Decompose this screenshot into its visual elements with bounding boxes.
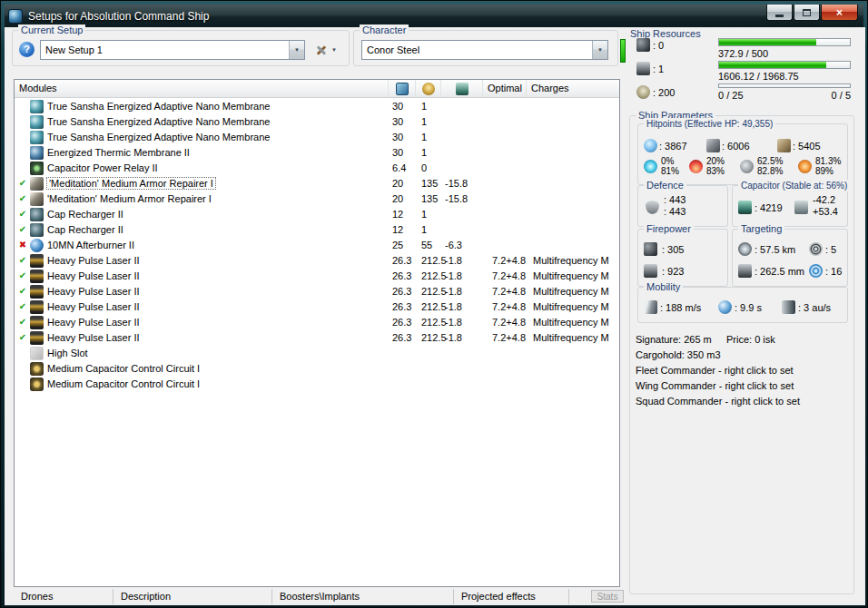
- status-ok-icon: ✔: [17, 332, 28, 342]
- module-name: Medium Capacitor Control Circuit I: [47, 363, 200, 374]
- sensor-strength: : 16: [825, 266, 842, 277]
- module-name: Heavy Pulse Laser II: [47, 332, 140, 343]
- module-row[interactable]: ✔Cap Recharger II121: [15, 222, 619, 238]
- wing-commander-text[interactable]: Wing Commander - right click to set: [636, 380, 794, 391]
- module-charge-value: Multifrequency M: [533, 301, 609, 312]
- shield-resist-value: 81.3%: [815, 156, 841, 166]
- capacitor-amount: : 4219: [755, 202, 783, 213]
- max-velocity-icon: [644, 300, 657, 314]
- app-icon: [8, 9, 23, 24]
- module-name: Heavy Pulse Laser II: [47, 286, 140, 297]
- character-group: Character Conor Steel ▼: [353, 30, 618, 66]
- powergrid-bar-fill: [719, 62, 826, 68]
- module-powergrid-value: 1: [421, 147, 427, 158]
- status-ok-icon: ✔: [17, 178, 28, 188]
- capacitor-flow-icon: [794, 201, 808, 214]
- status-ok-icon: ✔: [17, 193, 28, 203]
- setup-tools-button[interactable]: ▼: [311, 40, 340, 60]
- module-row[interactable]: ✔'Meditation' Medium Armor Repairer I201…: [15, 176, 619, 191]
- defence-top: : 443: [664, 194, 686, 205]
- shield-resist-value: 0%: [661, 156, 674, 166]
- tab-boosters-implants[interactable]: Boosters\Implants: [272, 589, 454, 604]
- module-row[interactable]: Capacitor Power Relay II6.40: [15, 161, 619, 176]
- module-cpu-value: 12: [392, 224, 403, 235]
- module-charge-value: Multifrequency M: [533, 332, 609, 343]
- character-select-arrow[interactable]: ▼: [592, 41, 607, 59]
- module-row[interactable]: ✔Heavy Pulse Laser II26.3212.5-1.87.2+4.…: [15, 253, 619, 269]
- module-row[interactable]: ✔Heavy Pulse Laser II26.3212.5-1.87.2+4.…: [15, 315, 619, 330]
- scan-resolution: : 262.5 mm: [755, 266, 804, 277]
- module-icon-rig: [30, 362, 44, 376]
- title-bar[interactable]: Setups for Absolution Command Ship: [5, 5, 863, 27]
- module-name: High Slot: [47, 348, 88, 358]
- character-select[interactable]: Conor Steel ▼: [361, 40, 608, 60]
- resists-row: 0%81%20%83%62.5%82.8%81.3%89%: [644, 157, 847, 181]
- volley-icon: [644, 242, 657, 256]
- stats-button: Stats: [591, 590, 624, 603]
- module-row[interactable]: True Sansha Energized Adaptive Nano Memb…: [15, 130, 619, 145]
- module-capacitor-value: -6.3: [445, 240, 462, 250]
- minimize-button[interactable]: [766, 5, 793, 21]
- module-powergrid-value: 55: [421, 240, 432, 250]
- module-row[interactable]: ✔'Meditation' Medium Armor Repairer I201…: [15, 191, 619, 207]
- module-row[interactable]: ✔Heavy Pulse Laser II26.3212.5-1.87.2+4.…: [15, 299, 619, 315]
- module-cpu-value: 26.3: [392, 332, 411, 343]
- tab-description[interactable]: Description: [113, 589, 272, 604]
- module-name: Heavy Pulse Laser II: [47, 317, 140, 328]
- setup-select-arrow[interactable]: ▼: [289, 41, 304, 59]
- module-icon-repairer: [30, 177, 44, 191]
- status-error-icon: ✖: [17, 240, 28, 250]
- tab-drones[interactable]: Drones: [14, 589, 113, 604]
- module-icon-membrane: [30, 115, 44, 129]
- module-icon-laser: [30, 254, 44, 268]
- module-cpu-value: 30: [392, 116, 403, 127]
- module-row[interactable]: Energized Thermic Membrane II301: [15, 145, 619, 161]
- module-capacitor-value: -15.8: [445, 178, 468, 189]
- maximize-icon: [803, 9, 811, 16]
- close-button[interactable]: ×: [821, 5, 858, 21]
- sensor-strength-icon: [809, 264, 823, 278]
- character-label: Character: [360, 25, 409, 36]
- shield-hp: : 3867: [659, 141, 687, 152]
- module-row[interactable]: High Slot: [15, 346, 619, 361]
- module-powergrid-value: 1: [421, 209, 427, 220]
- setup-select[interactable]: New Setup 1 ▼: [40, 40, 305, 60]
- module-powergrid-value: 212.5: [421, 301, 447, 312]
- module-row[interactable]: True Sansha Energized Adaptive Nano Memb…: [15, 114, 619, 130]
- status-ok-icon: ✔: [17, 224, 28, 234]
- module-optimal-value: 7.2+4.8: [492, 332, 526, 343]
- module-row[interactable]: Medium Capacitor Control Circuit I: [15, 361, 619, 377]
- window-title: Setups for Absolution Command Ship: [28, 10, 209, 23]
- module-icon-laser: [30, 270, 44, 283]
- max-targets-icon: [809, 242, 823, 256]
- max-targets: : 5: [825, 244, 836, 255]
- price-text: Price: 0 isk: [726, 334, 775, 345]
- maximize-button[interactable]: [794, 5, 820, 21]
- module-row[interactable]: Medium Capacitor Control Circuit I: [15, 377, 619, 392]
- module-row[interactable]: True Sansha Energized Adaptive Nano Memb…: [15, 99, 619, 114]
- module-row[interactable]: ✔Heavy Pulse Laser II26.3212.5-1.87.2+4.…: [15, 269, 619, 284]
- warp-speed: : 3 au/s: [798, 302, 831, 313]
- module-cpu-value: 26.3: [392, 255, 411, 266]
- module-row[interactable]: ✔Cap Recharger II121: [15, 207, 619, 222]
- module-icon-laser: [30, 300, 44, 314]
- tab-projected-effects[interactable]: Projected effects: [454, 589, 569, 604]
- calibration-icon: [636, 85, 650, 99]
- hull-hp: : 5405: [793, 141, 821, 152]
- module-powergrid-value: 135: [421, 193, 438, 204]
- module-icon-laser: [30, 331, 44, 345]
- status-ok-icon: ✔: [17, 255, 28, 265]
- module-name: True Sansha Energized Adaptive Nano Memb…: [47, 132, 270, 142]
- help-icon[interactable]: ?: [19, 42, 35, 57]
- cpu-bar-fill: [719, 39, 816, 45]
- modules-table: Modules Optimal Charges True Sansha Ener…: [14, 79, 620, 587]
- fleet-commander-text[interactable]: Fleet Commander - right click to set: [636, 365, 794, 376]
- module-row[interactable]: ✔Heavy Pulse Laser II26.3212.5-1.87.2+4.…: [15, 330, 619, 346]
- module-row[interactable]: ✔Heavy Pulse Laser II26.3212.5-1.87.2+4.…: [15, 284, 619, 299]
- targeting-box: Targeting : 57.5 km : 5 : 262.5 mm : 16: [732, 229, 848, 287]
- squad-commander-text[interactable]: Squad Commander - right click to set: [636, 396, 800, 407]
- character-select-value: Conor Steel: [362, 44, 592, 55]
- module-row[interactable]: ✖10MN Afterburner II2555-6.3: [15, 238, 619, 253]
- module-icon-membrane: [30, 100, 44, 113]
- module-optimal-value: 7.2+4.8: [492, 317, 526, 328]
